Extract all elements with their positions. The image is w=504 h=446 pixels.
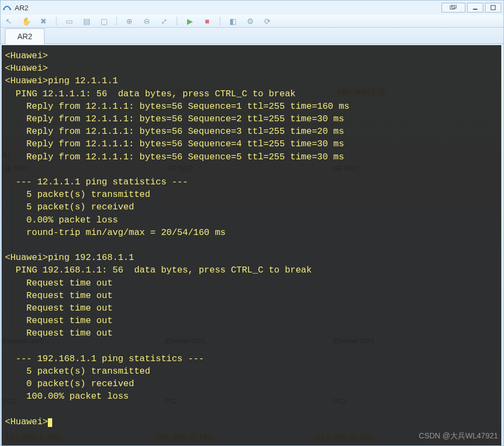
- terminal-line: PING 12.1.1.1: 56 data bytes, press CTRL…: [5, 89, 296, 99]
- titlebar: AR2: [1, 1, 503, 15]
- svg-point-0: [3, 8, 4, 10]
- capture-icon[interactable]: ◧: [228, 16, 238, 26]
- terminal-line: Reply from 12.1.1.1: bytes=56 Sequence=5…: [5, 152, 344, 162]
- window-restore-button[interactable]: [441, 3, 465, 13]
- app-window: AR2 ↖ ✋ ✖ ▭ ▤ ▢ ⊕ ⊖ ⤢ ▶ ■ ◧ ⚙ ⟳ AR2: [0, 0, 504, 446]
- cursor-icon[interactable]: ↖: [4, 16, 14, 26]
- terminal-line: Reply from 12.1.1.1: bytes=56 Sequence=4…: [5, 139, 344, 149]
- zoom-in-icon[interactable]: ⊕: [125, 16, 134, 26]
- terminal-line: Reply from 12.1.1.1: bytes=56 Sequence=1…: [5, 101, 350, 112]
- zoom-out-icon[interactable]: ⊖: [142, 16, 152, 26]
- tab-label: AR2: [17, 32, 32, 41]
- comment-icon[interactable]: ▤: [82, 16, 91, 26]
- terminal-line: --- 192.168.1.1 ping statistics ---: [5, 354, 204, 364]
- window-minimize-button[interactable]: [467, 3, 483, 13]
- rect-icon[interactable]: ▢: [99, 16, 109, 26]
- terminal-line: <Huawei>: [5, 417, 48, 427]
- terminal-line: <Huawei>: [5, 63, 48, 73]
- terminal-line: Reply from 12.1.1.1: bytes=56 Sequence=3…: [5, 126, 344, 137]
- terminal-line: 5 packet(s) received: [5, 202, 134, 212]
- terminal-line: Request time out: [5, 315, 113, 326]
- terminal-line: <Huawei>ping 192.168.1.1: [5, 252, 134, 263]
- pan-icon[interactable]: ✋: [21, 16, 31, 26]
- terminal-line: 0 packet(s) received: [5, 379, 134, 389]
- terminal-cursor: [48, 418, 52, 427]
- terminal-line: <Huawei>ping 12.1.1.1: [5, 76, 118, 86]
- stop-icon[interactable]: ■: [202, 16, 212, 26]
- terminal-line: <Huawei>: [5, 51, 48, 61]
- terminal-line: Request time out: [5, 290, 113, 301]
- terminal-line: Request time out: [5, 303, 113, 313]
- toolbar: ↖ ✋ ✖ ▭ ▤ ▢ ⊕ ⊖ ⤢ ▶ ■ ◧ ⚙ ⟳: [1, 15, 503, 28]
- settings-icon[interactable]: ⚙: [245, 16, 255, 26]
- svg-rect-5: [491, 5, 495, 10]
- terminal-line: 100.00% packet loss: [5, 391, 129, 401]
- terminal-line: Reply from 12.1.1.1: bytes=56 Sequence=2…: [5, 114, 344, 124]
- terminal-line: --- 12.1.1.1 ping statistics ---: [5, 177, 188, 187]
- svg-rect-2: [450, 6, 455, 9]
- watermark-text: CSDN @大兵WL47921: [419, 431, 498, 441]
- terminal-output[interactable]: <Huawei> <Huawei> <Huawei>ping 12.1.1.1 …: [2, 45, 501, 445]
- terminal-line: round-trip min/avg/max = 20/54/160 ms: [5, 227, 226, 238]
- window-title: AR2: [15, 4, 28, 12]
- start-icon[interactable]: ▶: [185, 16, 195, 26]
- tool-icon[interactable]: ⟳: [263, 16, 272, 26]
- terminal-line: 5 packet(s) transmitted: [5, 189, 150, 200]
- delete-icon[interactable]: ✖: [39, 16, 48, 26]
- terminal-line: PING 192.168.1.1: 56 data bytes, press C…: [5, 265, 312, 275]
- svg-rect-3: [452, 5, 456, 8]
- window-maximize-button[interactable]: [485, 3, 501, 13]
- terminal-line: 0.00% packet loss: [5, 215, 118, 225]
- fit-icon[interactable]: ⤢: [159, 16, 169, 26]
- terminal-line: 5 packet(s) transmitted: [5, 366, 150, 376]
- select-icon[interactable]: ▭: [64, 16, 74, 26]
- terminal-line: Request time out: [5, 328, 113, 338]
- app-icon: [3, 3, 11, 12]
- tab-ar2[interactable]: AR2: [5, 28, 45, 44]
- terminal-line: Request time out: [5, 278, 113, 288]
- svg-point-1: [9, 8, 11, 10]
- tab-strip: AR2: [1, 28, 503, 44]
